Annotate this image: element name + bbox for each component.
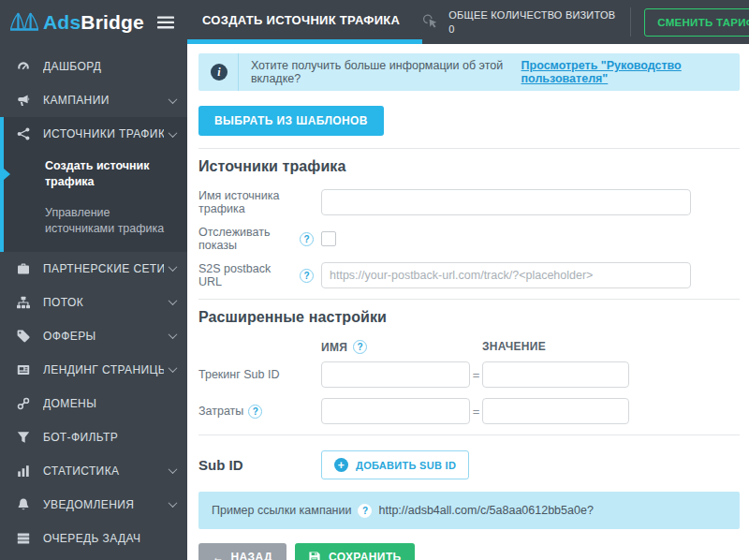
chart-icon	[16, 464, 31, 479]
sidebar-item-landing-pages[interactable]: ЛЕНДИНГ СТРАНИЦЫ	[0, 353, 187, 387]
topbar-divider	[630, 7, 631, 37]
sitemap-icon	[16, 295, 31, 310]
footer-actions: ← НАЗАД СОХРАНИТЬ	[198, 543, 740, 560]
sidebar-item-label: СТАТИСТИКА	[43, 464, 164, 478]
chevron-down-icon	[169, 498, 178, 508]
chevron-down-icon	[169, 128, 178, 138]
sidebar-item-flow[interactable]: ПОТОК	[0, 286, 187, 319]
subid-section: Sub ID + ДОБАВИТЬ SUB ID Пример ссылки к…	[198, 435, 740, 560]
source-name-row: Имя источника трафика	[198, 189, 740, 215]
topbar: СОЗДАТЬ ИСТОЧНИК ТРАФИКА ОБЩЕЕ КОЛИЧЕСТВ…	[187, 0, 749, 44]
choose-from-templates-button[interactable]: ВЫБРАТЬ ИЗ ШАБЛОНОВ	[198, 106, 384, 136]
bridge-logo-icon	[9, 10, 39, 35]
advanced-settings-heading: Расширенные настройки	[198, 309, 740, 326]
sidebar-item-dashboard[interactable]: ДАШБОРД	[0, 50, 187, 83]
sidebar-group-traffic-sources: ИСТОЧНИКИ ТРАФИКАСоздать источник трафик…	[0, 117, 187, 252]
sidebar-item-label: ЛЕНДИНГ СТРАНИЦЫ	[43, 363, 164, 376]
equals-sign: =	[470, 405, 482, 419]
costs-name-input[interactable]	[321, 398, 470, 424]
filter-icon	[16, 430, 31, 445]
sidebar-subitem-create-traffic-source[interactable]: Создать источник трафика	[0, 151, 187, 198]
tracking-sub-id-label: Трекинг Sub ID	[198, 368, 321, 381]
banner-text: Хотите получить больше информации об это…	[251, 59, 518, 85]
change-plan-button[interactable]: СМЕНИТЬ ТАРИФ	[644, 8, 749, 37]
total-visits-label: ОБЩЕЕ КОЛИЧЕСТВО ВИЗИТОВ	[448, 9, 615, 21]
banner-divider	[238, 53, 239, 91]
tracking-sub-id-value-input[interactable]	[482, 361, 629, 388]
subid-heading: Sub ID	[198, 457, 321, 473]
postback-url-label: S2S postback URL ?	[198, 262, 321, 288]
sidebar-item-administration[interactable]: АДМИНИСТРИРОВАНИЕ	[0, 555, 187, 560]
postback-url-row: S2S postback URL ?	[198, 262, 740, 288]
app-window: AdsBridge ДАШБОРДКАМПАНИИИСТОЧНИКИ ТРАФИ…	[0, 0, 749, 560]
tracking-sub-id-row: Трекинг Sub ID=	[198, 361, 740, 388]
floppy-disk-icon	[308, 551, 321, 560]
megaphone-icon	[16, 93, 31, 108]
traffic-sources-section: Источники трафика Имя источника трафика …	[198, 148, 740, 288]
total-visits: ОБЩЕЕ КОЛИЧЕСТВО ВИЗИТОВ 0	[448, 8, 615, 36]
column-value-header: ЗНАЧЕНИЕ	[482, 340, 546, 354]
advanced-rows: Трекинг Sub ID=Затраты?=	[198, 361, 740, 424]
sidebar-item-campaigns[interactable]: КАМПАНИИ	[0, 83, 187, 117]
sidebar-item-label: ДАШБОРД	[43, 60, 176, 73]
back-button[interactable]: ← НАЗАД	[198, 543, 286, 560]
example-label: Пример ссылки кампании	[212, 504, 351, 517]
chevron-down-icon	[169, 464, 178, 474]
tracking-sub-id-name-input[interactable]	[321, 361, 470, 388]
page-title-tab: СОЗДАТЬ ИСТОЧНИК ТРАФИКА	[187, 0, 422, 44]
campaign-link-example-bar: Пример ссылки кампании ? http://adsb4all…	[198, 492, 740, 529]
link-icon	[16, 396, 31, 411]
sidebar-item-domains[interactable]: ДОМЕНЫ	[0, 387, 187, 420]
sidebar-item-label: КАМПАНИИ	[43, 94, 164, 107]
subid-row: Sub ID + ДОБАВИТЬ SUB ID	[198, 450, 740, 479]
sidebar-item-label: ДОМЕНЫ	[43, 397, 176, 410]
chevron-down-icon	[169, 262, 178, 272]
postback-url-input[interactable]	[321, 262, 691, 288]
help-icon[interactable]: ?	[248, 405, 262, 419]
main-area: СОЗДАТЬ ИСТОЧНИК ТРАФИКА ОБЩЕЕ КОЛИЧЕСТВ…	[187, 0, 749, 560]
source-name-input[interactable]	[321, 189, 691, 215]
page-title: СОЗДАТЬ ИСТОЧНИК ТРАФИКА	[202, 13, 400, 27]
sidebar-item-label: ПОТОК	[43, 296, 164, 309]
sidebar-item-bot-filter[interactable]: БОТ-ФИЛЬТР	[0, 420, 187, 454]
share-icon	[16, 126, 31, 141]
sidebar-item-label: ОЧЕРЕДЬ ЗАДАЧ	[43, 532, 176, 545]
sidebar-item-affiliate-networks[interactable]: ПАРТНЕРСКИЕ СЕТИ	[0, 252, 187, 286]
sidebar-nav: ДАШБОРДКАМПАНИИИСТОЧНИКИ ТРАФИКАСоздать …	[0, 44, 187, 560]
sidebar-item-statistics[interactable]: СТАТИСТИКА	[0, 454, 187, 488]
costs-row: Затраты?=	[198, 398, 740, 424]
cursor-click-icon	[422, 13, 440, 31]
track-impressions-checkbox[interactable]	[321, 231, 336, 246]
chevron-down-icon	[169, 363, 178, 373]
sidebar-item-label: УВЕДОМЛЕНИЯ	[43, 498, 164, 511]
sidebar-subitem-manage-traffic-sources[interactable]: Управление источниками трафика	[0, 198, 187, 244]
user-guide-link[interactable]: Просмотреть "Руководство пользователя"	[521, 59, 740, 85]
sidebar-item-offers[interactable]: ОФФЕРЫ	[0, 319, 187, 353]
help-icon[interactable]: ?	[300, 232, 314, 246]
add-subid-button[interactable]: + ДОБАВИТЬ SUB ID	[321, 450, 469, 479]
chevron-down-icon	[169, 95, 178, 104]
equals-sign: =	[470, 368, 482, 382]
gauge-icon	[16, 59, 31, 74]
sidebar-item-notifications[interactable]: УВЕДОМЛЕНИЯ	[0, 488, 187, 522]
help-icon[interactable]: ?	[353, 340, 367, 354]
sidebar-item-traffic-sources[interactable]: ИСТОЧНИКИ ТРАФИКА	[0, 117, 187, 151]
column-name-header: ИМЯ ?	[321, 340, 482, 354]
example-url: http://adsb4all.com/c/5a8aa0612bb5a0e?	[378, 504, 593, 517]
bell-icon	[16, 497, 31, 512]
track-impressions-row: Отслеживать показы ?	[198, 226, 740, 252]
traffic-sources-heading: Источники трафика	[198, 158, 740, 175]
save-button[interactable]: СОХРАНИТЬ	[295, 543, 415, 560]
costs-value-input[interactable]	[482, 398, 629, 424]
plus-circle-icon: +	[334, 458, 348, 472]
total-visits-value: 0	[448, 22, 615, 36]
arrow-left-icon: ←	[213, 551, 224, 560]
help-icon[interactable]: ?	[300, 269, 314, 283]
newspaper-icon	[16, 362, 31, 377]
menu-toggle-icon[interactable]	[157, 16, 174, 29]
chevron-down-icon	[169, 330, 178, 339]
help-icon[interactable]: ?	[358, 504, 372, 518]
sidebar-item-task-queue[interactable]: ОЧЕРЕДЬ ЗАДАЧ	[0, 522, 187, 555]
briefcase-icon	[16, 261, 31, 276]
sidebar-item-label: ИСТОЧНИКИ ТРАФИКА	[43, 127, 164, 140]
